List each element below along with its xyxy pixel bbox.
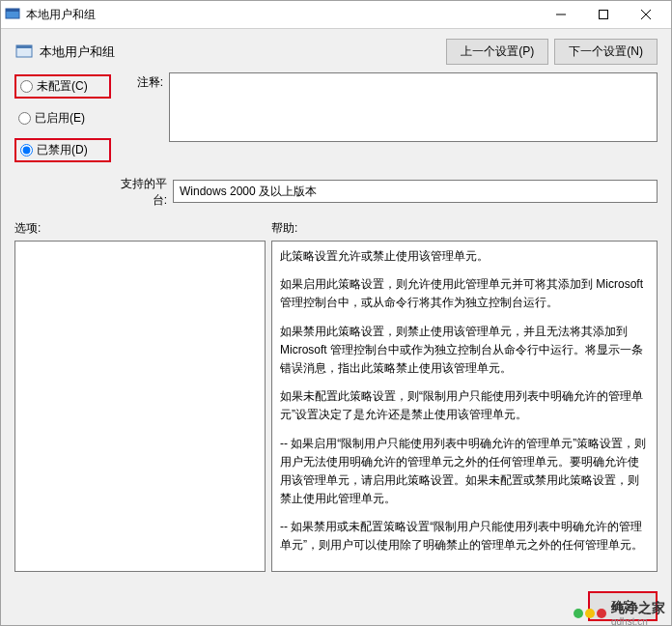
radio-disabled-label: 已禁用(D) — [37, 142, 88, 158]
app-icon — [5, 7, 20, 22]
svg-rect-1 — [6, 9, 19, 12]
help-p2: 如果禁用此策略设置，则禁止使用该管理单元，并且无法将其添加到 Microsoft… — [280, 323, 649, 379]
footer: 确定 纯净之家 gdhst.cn — [1, 582, 671, 626]
policy-icon — [14, 43, 34, 62]
prev-setting-button[interactable]: 上一个设置(P) — [446, 39, 548, 65]
window-controls — [540, 1, 667, 28]
help-p5: -- 如果禁用或未配置策略设置“限制用户只能使用列表中明确允许的管理单元”，则用… — [280, 518, 649, 555]
radio-enabled[interactable]: 已启用(E) — [14, 108, 111, 128]
state-radios: 未配置(C) 已启用(E) 已禁用(D) — [14, 72, 111, 162]
help-p1: 如果启用此策略设置，则允许使用此管理单元并可将其添加到 Microsoft 管理… — [280, 275, 649, 312]
titlebar: 本地用户和组 — [1, 1, 671, 29]
ok-button[interactable]: 确定 — [588, 591, 658, 621]
help-p3: 如果未配置此策略设置，则“限制用户只能使用列表中明确允许的管理单元”设置决定了是… — [280, 387, 649, 424]
radio-disabled[interactable]: 已禁用(D) — [14, 138, 111, 162]
section-labels: 选项: 帮助: — [14, 220, 658, 237]
help-pane[interactable]: 此策略设置允许或禁止使用该管理单元。 如果启用此策略设置，则允许使用此管理单元并… — [271, 241, 658, 572]
platform-row: 支持的平台: Windows 2000 及以上版本 — [111, 174, 658, 209]
config-row: 未配置(C) 已启用(E) 已禁用(D) 注释: — [14, 72, 658, 162]
radio-not-configured[interactable]: 未配置(C) — [14, 74, 111, 99]
help-label: 帮助: — [271, 220, 297, 237]
window-title: 本地用户和组 — [26, 7, 540, 23]
close-button[interactable] — [625, 1, 667, 28]
comment-label: 注释: — [111, 72, 169, 91]
policy-title: 本地用户和组 — [40, 43, 446, 61]
radio-enabled-input[interactable] — [18, 112, 31, 125]
help-p0: 此策略设置允许或禁止使用该管理单元。 — [280, 247, 649, 266]
next-setting-button[interactable]: 下一个设置(N) — [554, 39, 658, 65]
radio-not-configured-label: 未配置(C) — [37, 78, 88, 95]
content-area: 本地用户和组 上一个设置(P) 下一个设置(N) 未配置(C) 已启用(E) 已… — [1, 29, 671, 582]
radio-not-configured-input[interactable] — [20, 80, 33, 93]
dialog-window: 本地用户和组 本地用户和组 上一个设置(P) 下一 — [0, 0, 672, 626]
platform-value: Windows 2000 及以上版本 — [173, 180, 658, 203]
platform-label: 支持的平台: — [111, 174, 173, 209]
radio-enabled-label: 已启用(E) — [35, 110, 85, 127]
help-p4: -- 如果启用“限制用户只能使用列表中明确允许的管理单元”策略设置，则用户无法使… — [280, 435, 649, 509]
radio-disabled-input[interactable] — [20, 144, 33, 156]
options-pane — [14, 241, 266, 572]
two-pane: 此策略设置允许或禁止使用该管理单元。 如果启用此策略设置，则允许使用此管理单元并… — [14, 241, 658, 572]
maximize-button[interactable] — [582, 1, 625, 28]
svg-rect-7 — [16, 45, 32, 48]
svg-rect-3 — [600, 11, 608, 19]
options-label: 选项: — [14, 220, 271, 237]
comment-textarea[interactable] — [169, 72, 658, 142]
minimize-button[interactable] — [540, 1, 582, 28]
header-row: 本地用户和组 上一个设置(P) 下一个设置(N) — [14, 39, 658, 65]
